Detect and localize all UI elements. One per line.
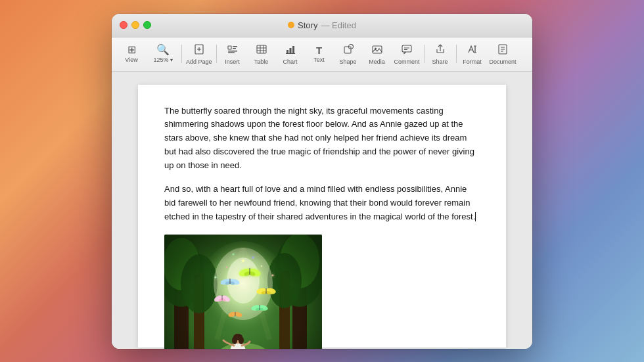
svg-rect-13: [287, 50, 288, 53]
svg-rect-21: [402, 45, 411, 52]
svg-rect-7: [228, 52, 235, 53]
zoom-value: 125%: [153, 57, 168, 63]
media-icon: [371, 43, 383, 57]
format-button[interactable]: Format: [458, 39, 487, 68]
titlebar: Story — Edited: [112, 14, 532, 37]
add-page-button[interactable]: Add Page: [183, 39, 215, 68]
shape-label: Shape: [340, 58, 357, 65]
paragraph-2: And so, with a heart full of love and a …: [164, 183, 480, 223]
maximize-button[interactable]: [143, 21, 151, 29]
minimize-button[interactable]: [131, 21, 139, 29]
separator-3: [424, 45, 425, 63]
document-area[interactable]: The butterfly soared through the night s…: [112, 72, 532, 349]
shape-button[interactable]: Shape: [334, 39, 363, 68]
text-cursor: [475, 212, 476, 221]
svg-rect-5: [233, 48, 236, 49]
view-button[interactable]: ⊞ View: [117, 39, 146, 68]
share-icon: [434, 43, 446, 57]
toolbar: ⊞ View 🔍 125% ▾ Add Page: [112, 37, 532, 72]
text-label: Text: [313, 57, 325, 63]
svg-rect-4: [233, 46, 237, 47]
chart-button[interactable]: Chart: [276, 39, 305, 68]
svg-rect-8: [257, 45, 266, 53]
add-page-icon: [193, 43, 205, 57]
table-button[interactable]: Table: [247, 39, 276, 68]
title-dot-icon: [288, 22, 294, 28]
svg-rect-14: [289, 48, 291, 53]
page[interactable]: The butterfly soared through the night s…: [138, 85, 506, 348]
text-button[interactable]: T Text: [305, 39, 334, 68]
document-icon: [497, 43, 509, 57]
shape-icon: [342, 43, 354, 57]
insert-button[interactable]: Insert: [218, 39, 247, 68]
window-title: Story: [298, 20, 317, 30]
format-label: Format: [463, 58, 482, 65]
table-label: Table: [254, 58, 269, 65]
paragraph-2-text: And so, with a heart full of love and a …: [164, 184, 475, 221]
zoom-chevron-icon: ▾: [170, 57, 173, 63]
svg-rect-15: [292, 46, 294, 53]
svg-rect-107: [164, 235, 322, 349]
view-icon: ⊞: [127, 45, 136, 55]
media-button[interactable]: Media: [363, 39, 392, 68]
document-label: Document: [490, 58, 517, 65]
share-button[interactable]: Share: [426, 39, 455, 68]
zoom-button[interactable]: 🔍 125% ▾: [146, 39, 180, 68]
comment-icon: [401, 43, 413, 57]
window-title-status: — Edited: [321, 20, 356, 30]
insert-icon: [227, 43, 239, 57]
format-icon: [467, 43, 478, 57]
separator-4: [456, 45, 457, 63]
close-button[interactable]: [120, 21, 127, 29]
svg-rect-17: [344, 47, 351, 53]
document-button[interactable]: Document: [487, 39, 519, 68]
table-icon: [256, 43, 267, 57]
media-label: Media: [369, 58, 385, 65]
chart-icon: [285, 43, 296, 57]
svg-rect-6: [228, 51, 237, 52]
zoom-icon: 🔍: [156, 45, 170, 55]
view-label: View: [125, 57, 137, 63]
separator-2: [216, 45, 217, 63]
comment-label: Comment: [394, 58, 420, 65]
text-icon: T: [316, 45, 322, 55]
svg-rect-3: [228, 46, 231, 49]
separator-1: [181, 45, 182, 63]
comment-button[interactable]: Comment: [392, 39, 423, 68]
paragraph-1: The butterfly soared through the night s…: [164, 104, 480, 173]
share-label: Share: [432, 58, 448, 65]
paragraph-1-text: The butterfly soared through the night s…: [164, 106, 474, 170]
insert-label: Insert: [225, 58, 240, 65]
traffic-lights: [120, 21, 151, 29]
window-title-group: Story — Edited: [288, 20, 356, 30]
add-page-label: Add Page: [186, 58, 212, 65]
app-window: Story — Edited ⊞ View 🔍 125% ▾: [112, 14, 532, 349]
story-image: [164, 235, 322, 349]
chart-label: Chart: [283, 58, 298, 65]
